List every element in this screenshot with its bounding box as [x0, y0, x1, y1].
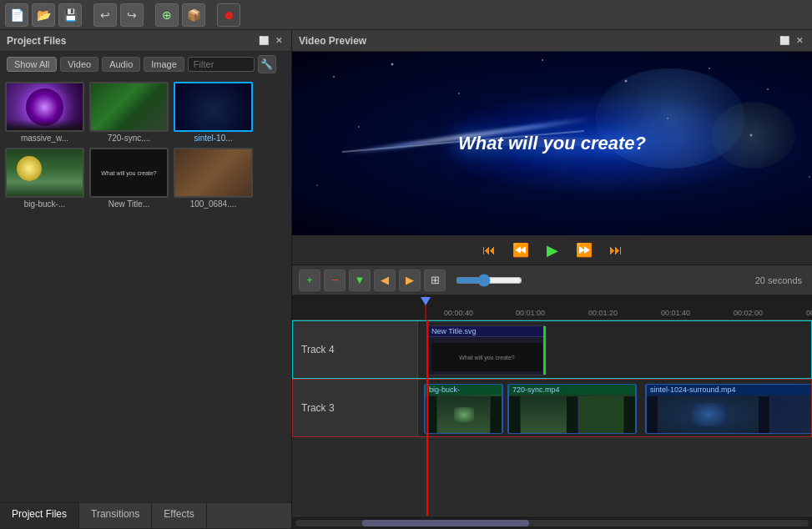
track-4-label: Track 4 — [293, 321, 418, 378]
vp-minimize-icon[interactable]: ⬜ — [779, 35, 790, 47]
track-3-row: Track 3 big-buck- — [292, 379, 812, 437]
next-marker-button[interactable]: ▶ — [399, 270, 421, 291]
media-label-sintel: sintel-10... — [174, 134, 253, 143]
insert-clip-button[interactable]: ⊞ — [424, 270, 446, 291]
pf-minimize-icon[interactable]: ⬜ — [258, 35, 270, 47]
playback-controls: ⏮ ⏪ ▶ ⏩ ⏭ — [292, 235, 812, 265]
timecode-0100: 00:01:00 — [516, 309, 545, 317]
main-toolbar: 📄 📂 💾 ↩ ↪ ⊕ 📦 ⏺ — [0, 0, 812, 30]
save-button[interactable]: 💾 — [58, 3, 82, 27]
media-item-bigbuck[interactable]: big-buck-... — [5, 148, 84, 209]
project-files-title: Project Files — [7, 35, 66, 47]
left-tabs: Project Files Transitions Effects — [0, 502, 291, 529]
record-button[interactable]: ⏺ — [217, 3, 240, 27]
media-item-720sync[interactable]: 720-sync.... — [89, 82, 169, 143]
clip-bigbuck[interactable]: big-buck- — [424, 384, 503, 434]
export-button[interactable]: 📦 — [182, 3, 205, 27]
track-4-content[interactable]: New Title.svg What will you create? — [418, 321, 811, 378]
tab-transitions[interactable]: Transitions — [79, 503, 152, 528]
scrollbar-thumb[interactable] — [362, 520, 529, 526]
left-panel: Project Files ⬜ ✕ Show All Video Audio I… — [0, 30, 292, 529]
tab-project-files[interactable]: Project Files — [0, 503, 79, 528]
clip-sintel[interactable]: sintel-1024-surround.mp4 — [645, 384, 811, 434]
timeline-scrollbar[interactable] — [292, 516, 812, 529]
video-preview[interactable]: What will you create? — [292, 52, 812, 235]
video-preview-title: Video Preview — [299, 35, 366, 47]
timecode-0200: 00:02:00 — [734, 309, 763, 317]
new-button[interactable]: 📄 — [5, 3, 28, 27]
scrollbar-track[interactable] — [295, 520, 809, 526]
cursor-head-icon — [421, 297, 431, 305]
fast-forward-button[interactable]: ⏩ — [572, 239, 596, 262]
svg-point-6 — [767, 88, 769, 90]
clear-filter-button[interactable]: 🔧 — [258, 55, 276, 73]
timeline-toolbar: + − ▼ ◀ ▶ ⊞ 20 seconds — [292, 265, 812, 295]
media-item-massive[interactable]: massive_w... — [5, 82, 84, 143]
timeline-section: + − ▼ ◀ ▶ ⊞ 20 seconds 00:00:31;15 00:00… — [292, 265, 812, 529]
preview-overlay-text: What will you create? — [458, 133, 646, 154]
clip-newtitle[interactable]: New Title.svg What will you create? — [427, 325, 547, 375]
media-label-bigbuck: big-buck-... — [5, 199, 84, 209]
pf-close-icon[interactable]: ✕ — [273, 35, 285, 47]
remove-track-button[interactable]: − — [324, 270, 345, 291]
right-panel: Video Preview ⬜ ✕ — [292, 30, 812, 529]
clip-end-marker-green — [543, 326, 546, 375]
svg-point-7 — [358, 126, 360, 128]
time-cursor-line — [426, 320, 428, 516]
audio-filter-button[interactable]: Audio — [102, 57, 140, 72]
vp-close-icon[interactable]: ✕ — [794, 35, 805, 47]
clip-title-label: New Title.svg — [428, 326, 546, 337]
jump-end-button[interactable]: ⏭ — [604, 239, 628, 262]
track-3-label: Track 3 — [293, 380, 418, 436]
ruler-cursor — [425, 295, 426, 320]
prev-marker-button[interactable]: ◀ — [374, 270, 396, 291]
timecode-0220: 00:02:20 — [806, 309, 812, 317]
image-filter-button[interactable]: Image — [144, 57, 184, 72]
tab-effects[interactable]: Effects — [152, 503, 206, 528]
svg-point-0 — [333, 76, 335, 78]
media-label-100: 100_0684.... — [174, 199, 253, 209]
timecode-0040: 00:00:40 — [444, 309, 473, 317]
svg-point-5 — [709, 68, 710, 69]
track-4-row: Track 4 New Title.svg What will you crea… — [292, 320, 812, 379]
media-item-100[interactable]: 100_0684.... — [174, 148, 253, 209]
clip-bigbuck-label: big-buck- — [426, 385, 502, 395]
video-preview-header: Video Preview ⬜ ✕ — [292, 30, 812, 52]
project-files-header: Project Files ⬜ ✕ — [0, 30, 291, 52]
show-all-button[interactable]: Show All — [7, 57, 57, 72]
open-button[interactable]: 📂 — [32, 3, 55, 27]
track-3-content[interactable]: big-buck- — [418, 380, 811, 436]
timeline-ruler-container: 00:00:31;15 00:00:40 00:01:00 00:01:20 0… — [292, 295, 812, 320]
video-filter-button[interactable]: Video — [60, 57, 98, 72]
import-button[interactable]: ⊕ — [155, 3, 179, 27]
timeline-ruler[interactable]: 00:00:40 00:01:00 00:01:20 00:01:40 00:0… — [292, 295, 812, 320]
filter-bar: Show All Video Audio Image 🔧 — [0, 52, 291, 77]
svg-point-2 — [458, 93, 460, 94]
zoom-slider[interactable] — [456, 274, 522, 287]
svg-point-10 — [316, 184, 318, 186]
undo-button[interactable]: ↩ — [93, 3, 117, 27]
redo-button[interactable]: ↪ — [120, 3, 144, 27]
zoom-label: 20 seconds — [755, 275, 802, 285]
filter-input[interactable] — [188, 57, 255, 72]
timecode-0120: 00:01:20 — [588, 309, 618, 317]
clip-720sync-label: 720-sync.mp4 — [509, 385, 635, 395]
media-label-720sync: 720-sync.... — [89, 134, 169, 143]
media-label-massive: massive_w... — [5, 134, 84, 143]
main-layout: Project Files ⬜ ✕ Show All Video Audio I… — [0, 30, 812, 529]
timeline-content: Track 4 New Title.svg What will you crea… — [292, 320, 812, 516]
svg-point-1 — [391, 63, 394, 66]
svg-point-3 — [542, 59, 543, 61]
svg-point-11 — [809, 176, 810, 178]
timecode-0140: 00:01:40 — [661, 309, 690, 317]
media-item-newtitle[interactable]: What will you create? New Title... — [89, 148, 169, 209]
clip-720sync[interactable]: 720-sync.mp4 — [507, 384, 637, 434]
clip-sintel-label: sintel-1024-surround.mp4 — [647, 385, 811, 395]
rewind-button[interactable]: ⏪ — [509, 239, 532, 262]
play-button[interactable]: ▶ — [541, 239, 564, 262]
jump-start-button[interactable]: ⏮ — [477, 239, 501, 262]
enable-track-button[interactable]: ▼ — [349, 270, 371, 291]
media-item-sintel[interactable]: sintel-10... — [174, 82, 253, 143]
add-track-button[interactable]: + — [299, 270, 320, 291]
media-label-newtitle: New Title... — [89, 199, 169, 209]
